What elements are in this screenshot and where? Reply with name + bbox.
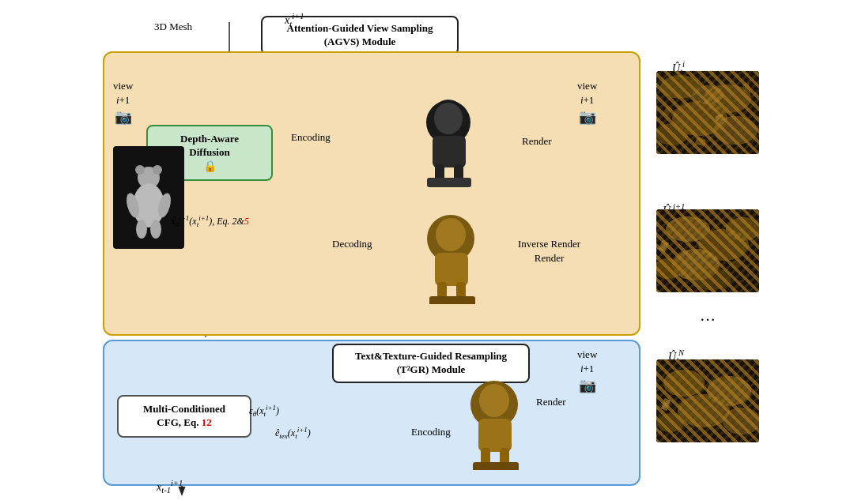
svg-rect-48 — [429, 296, 475, 304]
svg-rect-27 — [433, 136, 466, 167]
camera-icon-top-left: 📷 — [113, 107, 133, 127]
render-label-top: Render — [522, 134, 552, 149]
agvs-title-line2: (AGVS) Module — [270, 36, 449, 49]
svg-point-35 — [656, 123, 688, 145]
t2gr-title-line1: Text&Texture-Guided Resampling — [342, 350, 520, 363]
xt-label: xti+1 — [285, 11, 304, 30]
texture-svg-top — [656, 71, 759, 154]
lion-svg-top — [411, 95, 486, 190]
xtm1-label: xt-1i+1 — [157, 478, 183, 497]
render-label-bot: Render — [536, 395, 566, 409]
svg-point-59 — [663, 370, 705, 397]
xt-var: xti+1 — [285, 14, 304, 26]
svg-point-44 — [436, 218, 466, 251]
cfg-box: Multi-Conditioned CFG, Eq. 12 — [117, 395, 251, 438]
texture-top — [656, 71, 759, 154]
svg-point-55 — [692, 268, 731, 290]
camera-icon-upper-right: 📷 — [577, 107, 597, 127]
mesh-label: 3D Mesh — [154, 20, 192, 34]
svg-rect-64 — [661, 398, 671, 411]
lion-top — [411, 95, 486, 190]
svg-rect-72 — [473, 462, 519, 470]
svg-rect-65 — [719, 374, 728, 382]
view-top-left: view i+1 📷 — [113, 79, 133, 128]
eps-theta-label: εθ(xti+1) — [249, 403, 279, 419]
cfg-title-1: Multi-Conditioned — [127, 403, 242, 416]
view-br-2: i+1 — [577, 362, 597, 376]
diffusion-title-1: Depth-Aware — [156, 133, 263, 146]
svg-point-33 — [704, 85, 751, 113]
texture-svg-mid — [656, 209, 759, 292]
view-label-2: i+1 — [113, 93, 133, 107]
svg-point-60 — [707, 376, 751, 406]
encoding-label-top: Encoding — [291, 130, 331, 145]
eq12-text: 12 — [202, 416, 212, 428]
view-upper-right: view i+1 📷 — [577, 79, 597, 128]
view-br-1: view — [577, 348, 597, 362]
view-label-1: view — [113, 79, 133, 93]
view-ur-label2: i+1 — [577, 93, 597, 107]
svg-point-18 — [153, 165, 162, 175]
svg-point-62 — [657, 413, 684, 432]
lock-icon: 🔒 — [203, 160, 217, 173]
svg-point-22 — [136, 220, 147, 239]
svg-rect-31 — [656, 71, 759, 154]
svg-rect-45 — [435, 253, 468, 286]
texture-bot — [656, 359, 759, 442]
dots-label: … — [700, 304, 716, 326]
svg-rect-41 — [743, 82, 750, 94]
svg-rect-49 — [656, 209, 759, 292]
svg-point-68 — [479, 384, 509, 417]
svg-point-36 — [713, 116, 758, 145]
ehat-tex-label: êtex(xti+1) — [275, 425, 311, 442]
lion-svg-mid — [411, 209, 490, 304]
svg-point-17 — [135, 165, 145, 175]
texture-svg-bot — [656, 359, 759, 442]
svg-rect-69 — [478, 419, 512, 452]
svg-point-50 — [666, 216, 710, 242]
svg-point-61 — [678, 394, 730, 427]
inverse-render-label: Inverse Render Render — [518, 237, 580, 265]
svg-rect-58 — [656, 359, 759, 442]
inv-render-text2: Render — [518, 251, 580, 265]
texture-mid — [656, 209, 759, 292]
view-ur-label1: view — [577, 79, 597, 93]
svg-rect-40 — [695, 137, 706, 147]
svg-rect-56 — [658, 240, 669, 253]
svg-point-51 — [698, 229, 749, 261]
lion-mid — [411, 209, 490, 304]
lion-svg-bot — [455, 375, 534, 470]
svg-point-32 — [660, 75, 700, 99]
bear-depth-figure — [113, 146, 184, 249]
svg-point-37 — [692, 85, 724, 104]
decoding-label: Decoding — [332, 237, 372, 251]
lion-bot — [455, 375, 534, 470]
view-bot-right: view i+1 📷 — [577, 348, 597, 397]
svg-point-53 — [656, 258, 682, 279]
svg-rect-57 — [731, 260, 741, 269]
svg-point-23 — [150, 220, 161, 239]
svg-point-63 — [723, 408, 759, 434]
bear-silhouette — [121, 154, 176, 241]
cfg-title-2: CFG, Eq. 12 — [127, 416, 242, 430]
inv-render-text: Inverse Render — [518, 237, 580, 251]
equation-label: x̂0i+1(xti+1), Eq. 2&5 — [170, 213, 249, 230]
svg-point-54 — [726, 217, 759, 241]
encoding-label-bot: Encoding — [411, 425, 451, 439]
svg-point-34 — [672, 101, 727, 136]
svg-rect-30 — [427, 178, 471, 187]
svg-point-52 — [672, 249, 720, 280]
mesh-text: 3D Mesh — [154, 21, 192, 32]
svg-rect-38 — [663, 106, 673, 117]
camera-icon-bot-right: 📷 — [577, 376, 597, 396]
diagram-container: Attention-Guided View Sampling (AGVS) Mo… — [24, 8, 830, 496]
svg-rect-39 — [715, 114, 724, 122]
svg-point-26 — [434, 103, 463, 134]
